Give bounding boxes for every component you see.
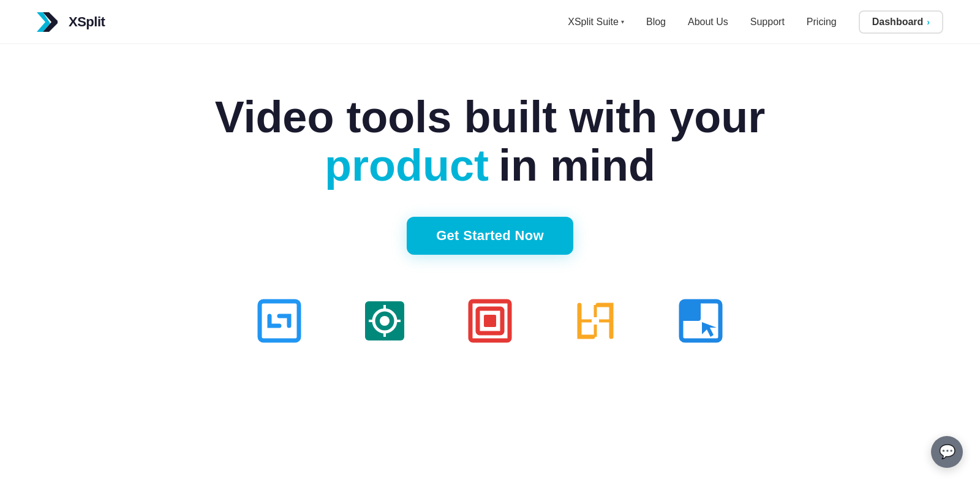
get-started-button[interactable]: Get Started Now: [407, 217, 573, 255]
logo-icon: [37, 11, 64, 33]
nav-blog[interactable]: Blog: [646, 17, 666, 28]
arrow-right-icon: ›: [927, 17, 930, 27]
broadcaster-icon[interactable]: [257, 299, 301, 343]
nav-xsplit-suite[interactable]: XSplit Suite ▾: [568, 17, 624, 28]
nav-about-us[interactable]: About Us: [688, 17, 728, 28]
gamecaster-icon[interactable]: [468, 299, 512, 343]
svg-rect-2: [260, 301, 299, 340]
hero-highlight-word: product: [325, 141, 489, 190]
express-video-icon[interactable]: [573, 299, 617, 343]
dashboard-button[interactable]: Dashboard ›: [859, 10, 943, 34]
svg-rect-18: [681, 301, 701, 321]
nav-pricing[interactable]: Pricing: [807, 17, 837, 28]
svg-rect-12: [484, 315, 496, 327]
header: XSplit XSplit Suite ▾ Blog About Us Supp…: [0, 0, 980, 44]
logo-text: XSplit: [69, 14, 105, 30]
chat-bubble-button[interactable]: 💬: [931, 436, 963, 468]
main-nav: XSplit Suite ▾ Blog About Us Support Pri…: [568, 10, 943, 34]
hero-section: Video tools built with your product in m…: [0, 44, 980, 343]
chevron-down-icon: ▾: [621, 18, 624, 25]
svg-point-5: [380, 316, 390, 326]
connect-icon[interactable]: [679, 299, 723, 343]
logo[interactable]: XSplit: [37, 11, 105, 33]
product-icons-row: [257, 299, 723, 343]
hero-title: Video tools built with your product in m…: [215, 93, 766, 190]
vcam-icon[interactable]: [363, 299, 407, 343]
chat-icon: 💬: [939, 444, 956, 460]
nav-support[interactable]: Support: [750, 17, 785, 28]
